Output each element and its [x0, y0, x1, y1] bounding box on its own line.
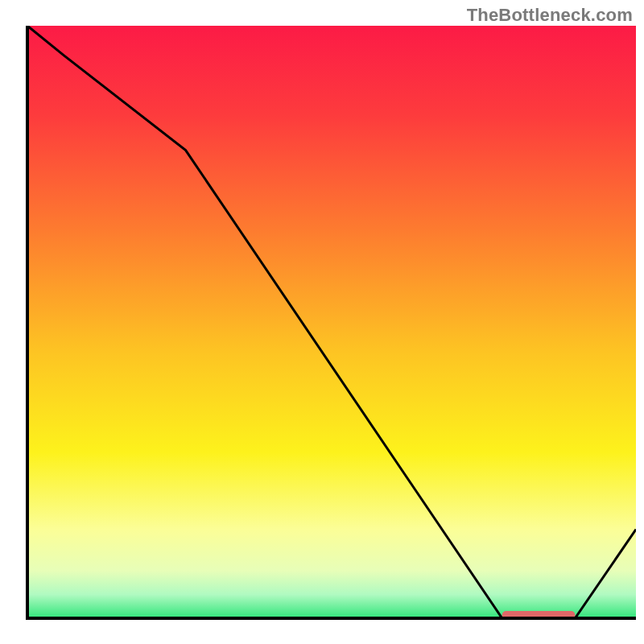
gradient-background	[27, 26, 636, 618]
chart-svg	[0, 0, 644, 644]
bottleneck-chart: TheBottleneck.com	[0, 0, 644, 644]
